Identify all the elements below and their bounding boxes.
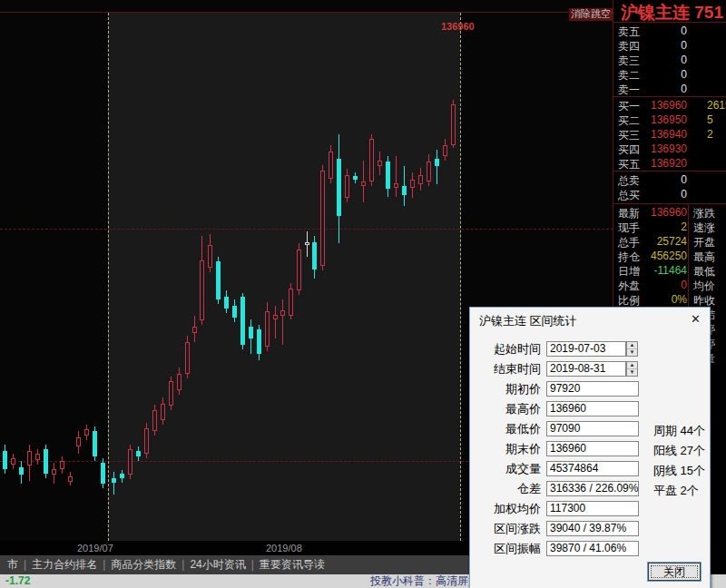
quote-row-value: 25724: [613, 235, 687, 248]
x-axis-label-july: 2019/07: [77, 543, 113, 554]
candle-body: [369, 139, 374, 181]
candle-body: [378, 161, 382, 166]
close-icon[interactable]: ✕: [688, 311, 703, 327]
status-change-value: -1.72: [5, 574, 30, 588]
candle-body: [361, 181, 366, 186]
candle-body: [280, 310, 285, 316]
quote-row-value: 0%: [613, 293, 687, 306]
candle-body: [305, 242, 309, 245]
spinner-control[interactable]: ▲▼: [626, 361, 638, 377]
dialog-field-input[interactable]: 39040 / 39.87%: [546, 521, 639, 536]
quote-row-value: 136930: [613, 142, 687, 155]
panel-separator: [613, 96, 726, 97]
quote-row-value: 136940: [613, 128, 687, 141]
candle-body: [394, 183, 398, 188]
candle-body: [240, 297, 245, 345]
candle-body: [192, 327, 197, 333]
candle-body: [60, 461, 64, 469]
dialog-side-stat: 周期 44个: [653, 423, 705, 439]
spinner-down-icon[interactable]: ▼: [627, 349, 637, 356]
dialog-field-label: 区间涨跌: [476, 521, 541, 536]
remove-gap-label: 消除跳空: [571, 8, 611, 19]
dialog-field-label: 结束时间: [476, 361, 541, 377]
candle-body: [249, 327, 253, 338]
dialog-title: 沪镍主连 区间统计: [479, 313, 577, 329]
quote-row-value: 0: [613, 188, 687, 201]
candle-body: [232, 306, 237, 318]
spinner-up-icon[interactable]: ▲: [627, 342, 637, 349]
panel-separator: [613, 22, 726, 23]
bottom-tab[interactable]: 重要资讯导读: [254, 555, 330, 574]
dialog-field-input[interactable]: 97090: [546, 421, 639, 436]
dialog-field-label: 成交量: [476, 461, 541, 476]
quote-stat-label-right: 最低: [693, 264, 715, 279]
quote-row-value: 0: [613, 279, 687, 291]
quote-row-value: 2: [613, 220, 687, 233]
candle-body: [112, 478, 116, 483]
quote-stat-label-right: 开盘: [693, 235, 715, 250]
dialog-field-input[interactable]: 136960: [546, 401, 639, 416]
trading-app-screen: { "colors":{"up":"#c9334a","down":"#27e4…: [0, 0, 726, 588]
candle-body: [451, 104, 456, 145]
candle-body: [44, 449, 48, 474]
candle-body: [273, 315, 278, 319]
dialog-field-input[interactable]: 39870 / 41.06%: [546, 541, 639, 556]
dialog-side-stat: 阳线 27个: [653, 443, 705, 459]
price-gridline: [0, 229, 613, 230]
candle-body: [152, 410, 157, 431]
dialog-field-label: 期末价: [476, 441, 541, 456]
candle-body: [312, 242, 317, 270]
close-button[interactable]: 关闭: [648, 563, 701, 581]
bottom-tab[interactable]: 商品分类指数: [105, 555, 182, 574]
panel-separator: [613, 203, 726, 204]
dialog-field-input[interactable]: 45374864: [546, 461, 639, 476]
quote-row-value: 136960: [613, 206, 687, 219]
range-statistics-dialog: 沪镍主连 区间统计 ✕ 起始时间2019-07-03▲▼结束时间2019-08-…: [469, 307, 711, 588]
dialog-field-input[interactable]: 2019-07-03: [546, 341, 626, 357]
bottom-tab[interactable]: 24小时资讯: [184, 555, 250, 574]
candle-body: [144, 428, 149, 454]
candle-body: [169, 381, 173, 406]
quote-stat-label-right: 速涨: [693, 220, 715, 236]
candle-body: [68, 476, 73, 482]
remove-gap-tag[interactable]: 消除跳空◥: [569, 8, 619, 21]
quote-row-value: 0: [613, 83, 687, 95]
candle-body: [76, 437, 81, 446]
spinner-up-icon[interactable]: ▲: [627, 362, 637, 369]
candle-body: [435, 159, 439, 166]
selection-boundary-line: [460, 13, 461, 541]
quote-row-value: -11464: [613, 264, 687, 277]
dialog-side-stat: 阴线 15个: [653, 463, 705, 479]
candle-body: [216, 261, 221, 299]
dialog-field-input[interactable]: 136960: [546, 441, 639, 456]
candle-wick: [437, 150, 437, 184]
quote-row-value: 0: [613, 68, 687, 81]
candle-body: [35, 454, 40, 460]
quote-row-value: 456250: [613, 250, 687, 262]
quote-row-value: 136950: [613, 113, 687, 126]
candle-wick: [113, 472, 114, 495]
bottom-tab[interactable]: 主力合约排名: [26, 555, 103, 574]
dialog-field-label: 起始时间: [476, 341, 541, 357]
selection-end-price-label: 136960: [441, 21, 475, 32]
candle-body: [427, 162, 431, 181]
spinner-control[interactable]: ▲▼: [626, 341, 638, 357]
dialog-field-input[interactable]: 316336 / 226.09%: [546, 481, 639, 496]
quote-row-value: 0: [613, 24, 687, 37]
dialog-field-input[interactable]: 97920: [546, 381, 639, 397]
dialog-field-input[interactable]: 2019-08-31: [546, 361, 626, 377]
candle-body: [345, 175, 349, 198]
spinner-down-icon[interactable]: ▼: [627, 369, 637, 376]
candle-body: [27, 451, 32, 466]
dialog-field-input[interactable]: 117300: [546, 501, 639, 516]
candle-body: [265, 311, 270, 347]
candle-body: [200, 260, 204, 320]
candle-wick: [275, 306, 276, 338]
candle-body: [257, 329, 261, 354]
candle-body: [128, 449, 132, 475]
candle-body: [320, 171, 325, 266]
candle-body: [337, 159, 341, 216]
candle-body: [289, 289, 293, 316]
candle-body: [443, 145, 447, 156]
bottom-tab[interactable]: 市: [2, 555, 24, 574]
